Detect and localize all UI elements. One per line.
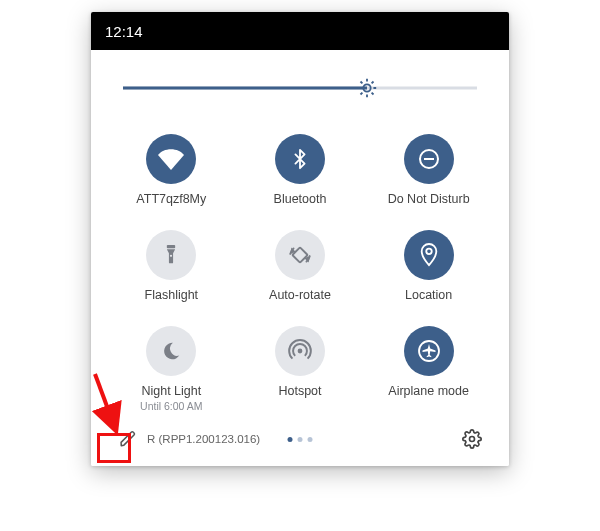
pencil-icon — [119, 430, 137, 448]
brightness-slider[interactable] — [123, 70, 477, 106]
tile-label: ATT7qzf8My — [136, 192, 206, 206]
svg-point-12 — [170, 255, 172, 257]
tile-hotspot[interactable]: Hotspot — [238, 318, 363, 422]
page-dots[interactable] — [288, 437, 313, 442]
tile-label: Bluetooth — [274, 192, 327, 206]
tile-label: Airplane mode — [388, 384, 469, 398]
tile-label: Hotspot — [278, 384, 321, 398]
panel-footer: R (RPP1.200123.016) — [103, 422, 497, 460]
tile-label: Do Not Disturb — [388, 192, 470, 206]
location-icon — [404, 230, 454, 280]
build-text: R (RPP1.200123.016) — [147, 433, 260, 445]
status-bar: 12:14 — [91, 12, 509, 50]
svg-line-5 — [361, 81, 363, 83]
tile-dnd[interactable]: Do Not Disturb — [366, 126, 491, 216]
tile-label: Auto-rotate — [269, 288, 331, 302]
rotate-icon — [275, 230, 325, 280]
bluetooth-icon — [275, 134, 325, 184]
tile-airplane[interactable]: Airplane mode — [366, 318, 491, 422]
svg-line-7 — [361, 93, 363, 95]
svg-line-6 — [372, 93, 374, 95]
svg-line-8 — [372, 81, 374, 83]
svg-point-14 — [426, 249, 432, 255]
page-dot — [298, 437, 303, 442]
page-dot — [288, 437, 293, 442]
nightlight-icon — [146, 326, 196, 376]
tile-nightlight[interactable]: Night Light Until 6:00 AM — [109, 318, 234, 422]
flashlight-icon — [146, 230, 196, 280]
settings-button[interactable] — [457, 424, 487, 454]
tile-sublabel: Until 6:00 AM — [140, 400, 202, 412]
dnd-icon — [404, 134, 454, 184]
tile-label: Flashlight — [145, 288, 199, 302]
airplane-icon — [404, 326, 454, 376]
svg-point-17 — [470, 437, 475, 442]
tile-wifi[interactable]: ATT7qzf8My — [109, 126, 234, 216]
gear-icon — [462, 429, 482, 449]
svg-point-15 — [298, 349, 303, 354]
slider-fill — [123, 87, 367, 90]
quick-settings-panel: ATT7qzf8My Bluetooth Do Not Disturb Flas… — [91, 50, 509, 466]
page-dot — [308, 437, 313, 442]
tile-autorotate[interactable]: Auto-rotate — [238, 222, 363, 312]
tile-label: Location — [405, 288, 452, 302]
tile-location[interactable]: Location — [366, 222, 491, 312]
wifi-icon — [146, 134, 196, 184]
svg-point-0 — [364, 84, 371, 91]
status-time: 12:14 — [105, 23, 143, 40]
tile-flashlight[interactable]: Flashlight — [109, 222, 234, 312]
svg-rect-13 — [292, 247, 307, 262]
hotspot-icon — [275, 326, 325, 376]
edit-button[interactable] — [113, 424, 143, 454]
tile-bluetooth[interactable]: Bluetooth — [238, 126, 363, 216]
tiles-grid: ATT7qzf8My Bluetooth Do Not Disturb Flas… — [103, 126, 497, 422]
svg-rect-11 — [167, 245, 175, 248]
tile-label: Night Light — [141, 384, 201, 398]
brightness-thumb-icon[interactable] — [356, 77, 378, 99]
phone-frame: 12:14 — [91, 12, 509, 466]
